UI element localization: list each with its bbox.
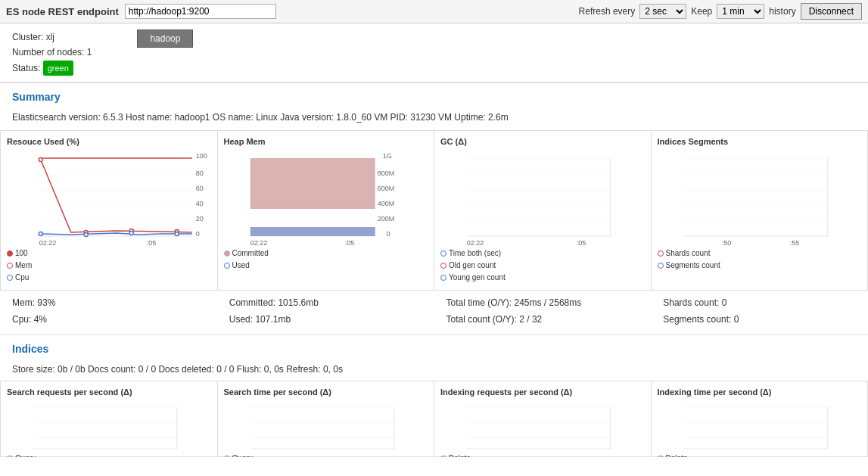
svg-text:100: 100	[196, 152, 207, 160]
svg-text:02:22: 02:22	[250, 239, 267, 247]
keep-label: Keep	[691, 6, 712, 17]
resource-used-title: Resouce Used (%)	[7, 137, 211, 146]
disconnect-button[interactable]: Disconnect	[801, 3, 862, 20]
hadoop-button[interactable]: hadoop	[137, 30, 193, 48]
committed-stat: Committed: 1015.6mb	[229, 295, 422, 312]
svg-text:02:22: 02:22	[467, 239, 484, 247]
search-req-chart: Search requests per second (Δ) Query	[1, 381, 218, 457]
chart-stats-grid: Mem: 93% Cpu: 4% Committed: 1015.6mb Use…	[0, 291, 868, 334]
cluster-name-value: xlj	[46, 32, 54, 42]
search-time-title: Search time per second (Δ)	[224, 387, 428, 397]
search-req-area	[7, 400, 211, 453]
svg-text:20: 20	[196, 215, 204, 222]
svg-point-19	[129, 232, 133, 235]
indexing-time-title: Indexing time per second (Δ)	[658, 387, 862, 397]
gc-svg: 02:22 :05	[440, 149, 645, 247]
hadoop-button-container: hadoop	[137, 30, 193, 48]
heap-mem-legend: Committed Used	[224, 247, 428, 272]
cluster-label: Cluster:	[12, 32, 43, 42]
cluster-name-row: Cluster: xlj	[12, 30, 92, 45]
segments-stats: Shards count: 0 Segments count: 0	[651, 291, 868, 334]
indices-segments-area: :50 :55	[658, 149, 862, 247]
refresh-label: Refresh every	[579, 6, 636, 17]
svg-text:40: 40	[196, 200, 204, 207]
svg-text:80: 80	[196, 170, 204, 177]
cluster-details: Cluster: xlj Number of nodes: 1 Status: …	[12, 30, 92, 76]
heap-mem-title: Heap Mem	[224, 137, 428, 146]
used-stat: Used: 107.1mb	[229, 312, 422, 328]
svg-text:200M: 200M	[377, 215, 394, 222]
gc-stats: Total time (O/Y): 245ms / 2568ms Total c…	[434, 291, 652, 334]
status-label: Status:	[12, 63, 40, 73]
refresh-select[interactable]: 2 sec 5 sec 10 sec 30 sec 1 min	[639, 4, 686, 19]
gc-title: GC (Δ)	[440, 137, 645, 146]
summary-title: Summary	[0, 83, 868, 107]
status-row: Status: green	[12, 61, 92, 76]
heap-mem-chart: Heap Mem 1G 800M 600M 400M 200M 0	[218, 131, 435, 291]
heap-stats: Committed: 1015.6mb Used: 107.1mb	[217, 291, 434, 334]
history-label: history	[769, 6, 795, 17]
summary-info: Elasticsearch version: 6.5.3 Host name: …	[0, 107, 868, 130]
heap-mem-area: 1G 800M 600M 400M 200M 0 02:22 :05	[224, 149, 428, 247]
indices-info: Store size: 0b / 0b Docs count: 0 / 0 Do…	[0, 359, 868, 381]
search-time-area	[224, 400, 428, 453]
mem-stat: Mem: 93%	[12, 295, 205, 312]
indexing-req-legend: Delete	[440, 453, 645, 457]
indexing-time-svg	[658, 400, 862, 453]
indexing-req-area	[440, 400, 645, 453]
gc-area: 02:22 :05	[440, 149, 645, 247]
svg-point-17	[39, 232, 42, 236]
gc-count-stat: Total count (O/Y): 2 / 32	[446, 312, 639, 328]
header-title: ES node REST endpoint	[6, 6, 119, 17]
indices-segments-legend: Shards count Segments count	[658, 247, 862, 272]
svg-text:60: 60	[196, 185, 204, 192]
resource-stats: Mem: 93% Cpu: 4%	[0, 291, 217, 334]
gc-legend: Time both (sec) Old gen count Young gen …	[440, 247, 645, 284]
svg-text:1G: 1G	[382, 152, 391, 160]
segments-stat: Segments count: 0	[663, 312, 856, 328]
heap-mem-svg: 1G 800M 600M 400M 200M 0 02:22 :05	[224, 149, 428, 247]
search-time-chart: Search time per second (Δ) Query	[218, 381, 435, 457]
svg-text::05: :05	[147, 239, 157, 247]
indexing-req-chart: Indexing requests per second (Δ) Delete	[434, 381, 652, 457]
indices-segments-chart: Indices Segments :50 :55 Shards count Se…	[652, 131, 869, 291]
indexing-time-chart: Indexing time per second (Δ) Delete	[652, 381, 869, 457]
svg-text:400M: 400M	[377, 200, 394, 207]
shards-stat: Shards count: 0	[663, 295, 856, 312]
nodes-count: 1	[87, 47, 92, 58]
header-bar: ES node REST endpoint Refresh every 2 se…	[0, 0, 868, 23]
resource-used-svg: 100 80 60 40 20 0	[7, 149, 211, 247]
search-req-title: Search requests per second (Δ)	[7, 387, 211, 397]
bottom-charts-grid: Search requests per second (Δ) Query Sea…	[0, 381, 868, 457]
svg-text::05: :05	[344, 239, 354, 247]
indexing-time-area	[658, 400, 862, 453]
nodes-row: Number of nodes: 1	[12, 45, 92, 60]
svg-text:0: 0	[386, 230, 390, 238]
svg-text:0: 0	[196, 230, 200, 238]
nodes-label: Number of nodes:	[12, 47, 84, 58]
indexing-req-svg	[440, 400, 645, 453]
svg-text:600M: 600M	[377, 185, 394, 192]
search-time-svg	[224, 400, 428, 453]
cluster-info-section: Cluster: xlj Number of nodes: 1 Status: …	[0, 23, 868, 82]
svg-point-13	[39, 158, 42, 162]
svg-text::50: :50	[721, 239, 731, 247]
charts-grid: Resouce Used (%) 100 80 60 40 20 0	[0, 130, 868, 291]
search-req-svg	[7, 400, 211, 453]
search-req-legend: Query	[7, 453, 211, 457]
indices-title: Indices	[0, 335, 868, 359]
search-time-legend: Query	[224, 453, 428, 457]
svg-point-20	[175, 232, 179, 236]
indices-segments-title: Indices Segments	[658, 137, 862, 146]
keep-select[interactable]: 1 min 5 min 10 min 30 min	[717, 4, 764, 19]
svg-text:02:22: 02:22	[39, 239, 57, 247]
indexing-time-legend: Delete	[658, 453, 862, 457]
svg-text::55: :55	[789, 239, 799, 247]
indexing-req-title: Indexing requests per second (Δ)	[440, 387, 645, 397]
gc-time-stat: Total time (O/Y): 245ms / 2568ms	[446, 295, 639, 312]
gc-chart: GC (Δ) 02:22 :05 Time both (sec) Old gen…	[434, 131, 652, 291]
svg-rect-35	[250, 158, 375, 209]
svg-point-18	[84, 233, 88, 237]
endpoint-input[interactable]	[125, 4, 276, 19]
indices-segments-svg: :50 :55	[658, 149, 862, 247]
